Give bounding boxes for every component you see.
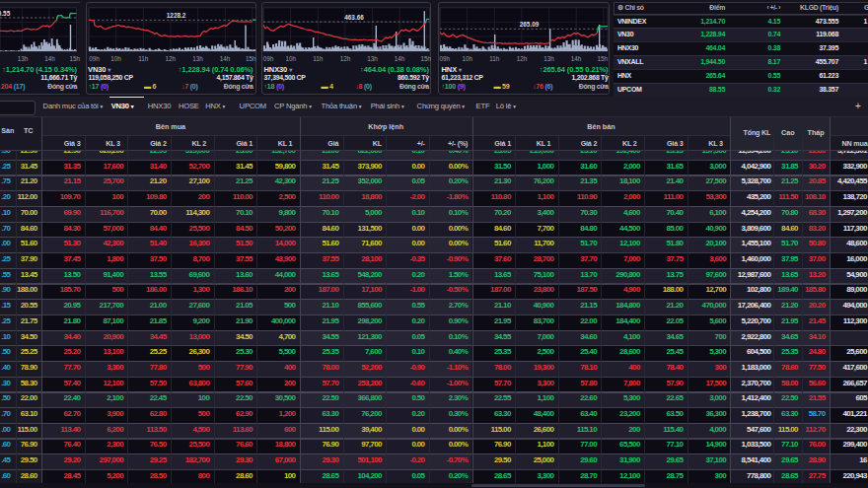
svg-text:12h: 12h bbox=[517, 55, 528, 62]
svg-text:1228.2: 1228.2 bbox=[167, 12, 186, 19]
svg-text:0.55: 0.55 bbox=[0, 10, 11, 17]
svg-text:11h: 11h bbox=[313, 55, 324, 62]
svg-text:13h: 13h bbox=[192, 55, 203, 62]
svg-text:15h: 15h bbox=[70, 55, 81, 62]
svg-text:13h: 13h bbox=[367, 55, 378, 62]
svg-text:14h: 14h bbox=[44, 55, 55, 62]
svg-text:12h: 12h bbox=[166, 55, 177, 62]
svg-text:265.09: 265.09 bbox=[520, 21, 540, 28]
svg-text:09h: 09h bbox=[89, 55, 100, 62]
svg-text:463.66: 463.66 bbox=[344, 14, 364, 21]
svg-text:10h: 10h bbox=[110, 55, 121, 62]
svg-text:15h: 15h bbox=[597, 55, 608, 62]
svg-text:09h: 09h bbox=[440, 55, 451, 62]
svg-text:13h: 13h bbox=[543, 55, 554, 62]
svg-text:10h: 10h bbox=[285, 55, 296, 62]
svg-text:10h: 10h bbox=[462, 55, 472, 62]
svg-text:15h: 15h bbox=[246, 55, 256, 62]
svg-text:14h: 14h bbox=[571, 55, 582, 62]
svg-text:12h: 12h bbox=[340, 55, 351, 62]
svg-text:11h: 11h bbox=[489, 55, 500, 62]
svg-text:13h: 13h bbox=[18, 55, 29, 62]
svg-text:11h: 11h bbox=[138, 55, 149, 62]
svg-text:15h: 15h bbox=[420, 55, 431, 62]
svg-text:14h: 14h bbox=[395, 55, 405, 62]
svg-text:09h: 09h bbox=[263, 55, 274, 62]
svg-text:14h: 14h bbox=[220, 55, 231, 62]
